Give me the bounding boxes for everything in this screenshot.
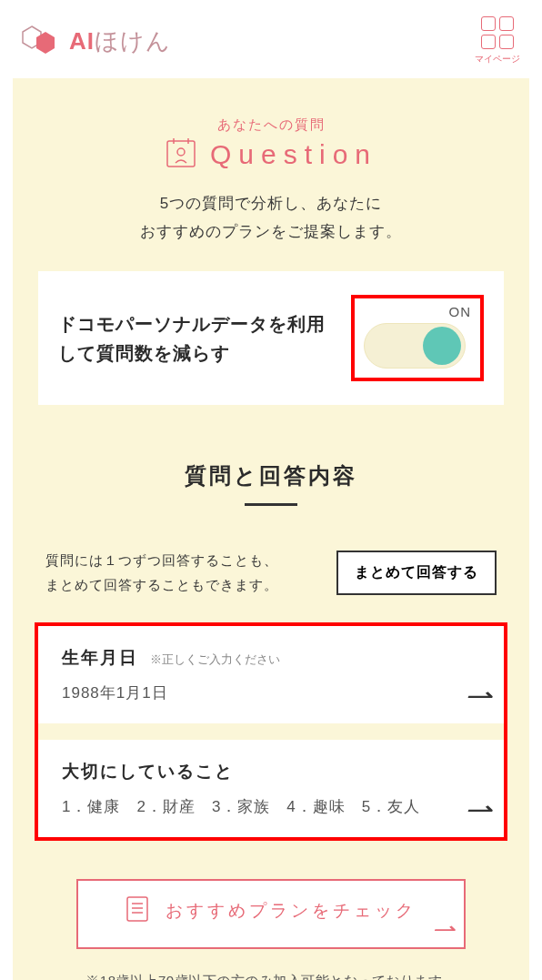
svg-rect-6 — [127, 897, 147, 921]
toggle-highlight-box: ON — [351, 295, 484, 381]
qa-card-birthdate[interactable]: 生年月日 ※正しくご入力ください 1988年1月1日 ⇀ — [38, 626, 504, 723]
logo-text: AIほけん — [69, 25, 171, 57]
logo-hexagon-icon — [22, 25, 62, 56]
question-title: Question — [210, 139, 377, 170]
answers-intro-text: 質問には１つずつ回答することも、 まとめて回答することもできます。 — [45, 548, 278, 597]
main-panel: あなたへの質問 Question 5つの質問で分析し、あなたに おすすめのプラン… — [13, 78, 529, 980]
toggle-knob — [423, 327, 461, 365]
qa-title: 生年月日 ※正しくご入力ください — [62, 646, 480, 670]
question-mini-title: あなたへの質問 — [13, 116, 529, 134]
answers-section-title: 質問と回答内容 — [13, 461, 529, 490]
batch-answer-button[interactable]: まとめて回答する — [336, 551, 497, 595]
qa-title: 大切にしていること — [62, 760, 480, 783]
cta-label: おすすめプランをチェック — [166, 899, 417, 923]
mypage-label: マイページ — [475, 53, 520, 66]
toggle-switch[interactable] — [364, 323, 466, 369]
logo[interactable]: AIほけん — [22, 25, 171, 57]
divider-line — [245, 503, 297, 506]
question-card-icon — [165, 136, 197, 174]
app-header: AIほけん マイページ — [0, 0, 542, 78]
toggle-state-label: ON — [364, 304, 471, 319]
check-plan-button[interactable]: おすすめプランをチェック ⇀ — [76, 879, 466, 949]
question-subtitle: 5つの質問で分析し、あなたに おすすめのプランをご提案します。 — [13, 190, 529, 246]
cta-wrap: おすすめプランをチェック ⇀ — [76, 879, 466, 949]
personal-data-toggle-card: ドコモパーソナルデータを利用して質問数を減らす ON — [38, 271, 504, 405]
age-footnote: ※18歳以上70歳以下の方のみ加入可能となっております。 — [13, 973, 529, 980]
svg-rect-2 — [167, 141, 195, 167]
svg-point-5 — [177, 148, 185, 156]
qa-value: 1988年1月1日 — [62, 682, 480, 703]
arrow-right-icon: ⇀ — [431, 918, 454, 942]
grid-icon — [481, 16, 514, 49]
qa-card-priorities[interactable]: 大切にしていること 1．健康 2．財産 3．家族 4．趣味 5．友人 ⇀ — [38, 740, 504, 837]
document-icon — [125, 895, 149, 925]
qa-value: 1．健康 2．財産 3．家族 4．趣味 5．友人 — [62, 796, 480, 817]
svg-marker-1 — [36, 32, 55, 54]
toggle-label: ドコモパーソナルデータを利用して質問数を減らす — [58, 309, 336, 368]
mypage-button[interactable]: マイページ — [475, 16, 520, 66]
answers-highlight-box: 生年月日 ※正しくご入力ください 1988年1月1日 ⇀ 大切にしていること 1… — [35, 622, 507, 841]
question-header: あなたへの質問 Question — [13, 116, 529, 174]
arrow-right-icon: ⇀ — [464, 796, 492, 824]
arrow-right-icon: ⇀ — [464, 682, 492, 711]
answers-intro-row: 質問には１つずつ回答することも、 まとめて回答することもできます。 まとめて回答… — [13, 548, 529, 597]
